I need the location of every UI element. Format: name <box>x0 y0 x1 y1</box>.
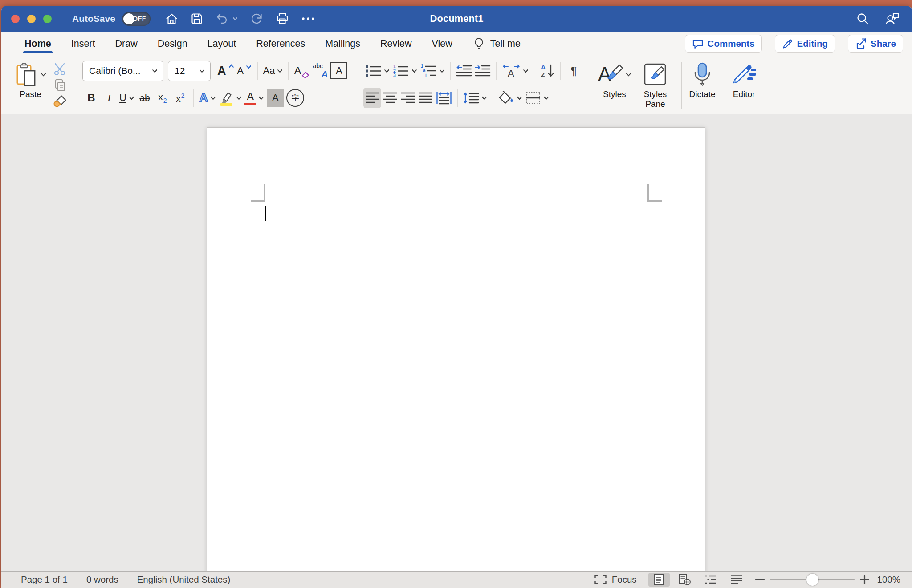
zoom-window-button[interactable] <box>43 15 52 23</box>
page-indicator[interactable]: Page 1 of 1 <box>21 574 68 585</box>
superscript-button[interactable]: x2 <box>171 88 189 108</box>
font-name-combo[interactable]: Calibri (Bo... <box>82 61 163 81</box>
align-center-button[interactable] <box>381 88 399 108</box>
zoom-out-button[interactable] <box>755 579 765 581</box>
copy-button[interactable] <box>53 78 68 93</box>
focus-button[interactable]: Focus <box>594 574 637 585</box>
change-case-button[interactable]: Aa <box>262 61 285 81</box>
group-divider <box>723 62 723 109</box>
ribbon-tab-bar: Home Insert Draw Design Layout Reference… <box>1 32 912 56</box>
increase-indent-icon <box>475 64 491 77</box>
styles-icon: A <box>597 62 623 86</box>
web-layout-view-button[interactable] <box>674 573 696 587</box>
clear-formatting-button[interactable]: A <box>293 61 311 81</box>
tab-view[interactable]: View <box>432 32 452 56</box>
undo-dropdown[interactable] <box>232 17 238 21</box>
multilevel-list-button[interactable]: 1ai <box>419 61 446 81</box>
autosave-toggle[interactable]: OFF <box>122 12 151 26</box>
language-indicator[interactable]: English (United States) <box>137 574 231 585</box>
justify-button[interactable] <box>417 88 435 108</box>
home-quick-button[interactable] <box>165 12 179 26</box>
borders-button[interactable] <box>524 88 550 108</box>
tab-home[interactable]: Home <box>24 32 51 56</box>
search-button[interactable] <box>855 12 870 26</box>
font-size-combo[interactable]: 12 <box>168 61 211 81</box>
svg-text:A: A <box>541 64 546 71</box>
minimize-button[interactable] <box>27 15 36 23</box>
bullets-button[interactable] <box>363 61 391 81</box>
print-button[interactable] <box>275 12 289 26</box>
format-painter-button[interactable] <box>53 94 68 109</box>
highlight-color-button[interactable] <box>217 88 243 108</box>
zoom-slider[interactable] <box>770 573 855 587</box>
font-color-button[interactable]: A <box>243 88 265 108</box>
increase-indent-button[interactable] <box>473 61 492 81</box>
save-button[interactable] <box>190 12 204 25</box>
cut-button[interactable] <box>53 62 68 76</box>
subscript-button[interactable]: x2 <box>154 88 171 108</box>
tab-insert[interactable]: Insert <box>71 32 95 56</box>
word-count[interactable]: 0 words <box>86 574 118 585</box>
align-right-button[interactable] <box>399 88 417 108</box>
strikethrough-button[interactable]: ab <box>136 88 154 108</box>
comments-button[interactable]: Comments <box>685 35 762 53</box>
paste-button[interactable]: Paste <box>15 58 46 112</box>
print-layout-view-button[interactable] <box>648 573 670 587</box>
grow-font-button[interactable]: A <box>216 61 236 81</box>
decrease-indent-button[interactable] <box>455 61 473 81</box>
draft-view-button[interactable] <box>726 573 747 587</box>
phonetic-guide-button[interactable]: abc A <box>311 61 329 81</box>
shading-button[interactable] <box>497 88 524 108</box>
text-effects-button[interactable]: A <box>198 88 217 108</box>
feedback-button[interactable] <box>884 11 900 26</box>
tell-me-control[interactable]: Tell me <box>472 37 521 51</box>
editing-button[interactable]: Editing <box>775 35 835 53</box>
chevron-down-icon <box>277 69 283 73</box>
more-commands-button[interactable] <box>301 17 315 20</box>
shrink-font-button[interactable]: A <box>236 61 253 81</box>
tab-review[interactable]: Review <box>380 32 412 56</box>
tab-design[interactable]: Design <box>158 32 187 56</box>
titlebar-right <box>855 11 900 26</box>
styles-pane-button[interactable]: Styles Pane <box>636 58 674 112</box>
character-border-button[interactable]: A <box>329 61 349 81</box>
shaded-a-icon: A <box>267 89 284 107</box>
line-spacing-button[interactable] <box>462 88 489 108</box>
outline-view-button[interactable] <box>700 573 721 587</box>
zoom-percentage[interactable]: 100% <box>877 574 900 585</box>
redo-button[interactable] <box>249 12 264 26</box>
chevron-down-icon <box>439 69 445 73</box>
font-group: Calibri (Bo... 12 A A Aa <box>82 58 349 112</box>
zoom-slider-thumb[interactable] <box>806 574 818 586</box>
tab-draw[interactable]: Draw <box>115 32 138 56</box>
dictate-button[interactable]: Dictate <box>689 58 715 112</box>
bold-button[interactable]: B <box>82 88 100 108</box>
tab-references[interactable]: References <box>256 32 305 56</box>
enclose-characters-button[interactable]: 字 <box>285 88 305 108</box>
document-page[interactable] <box>207 127 705 571</box>
zoom-in-button[interactable] <box>860 575 869 584</box>
undo-button[interactable] <box>215 12 229 26</box>
share-button[interactable]: Share <box>848 35 903 53</box>
sort-button[interactable]: AZ <box>538 61 556 81</box>
chevron-down-icon <box>517 96 522 100</box>
styles-button[interactable]: A Styles <box>597 58 631 112</box>
status-bar: Page 1 of 1 0 words English (United Stat… <box>1 571 912 588</box>
close-button[interactable] <box>11 15 20 23</box>
tab-layout[interactable]: Layout <box>208 32 236 56</box>
editor-button[interactable]: Editor <box>730 58 758 112</box>
underline-button[interactable]: U <box>118 88 136 108</box>
character-shading-button[interactable]: A <box>265 88 285 108</box>
tab-mailings[interactable]: Mailings <box>325 32 360 56</box>
show-paragraph-marks-button[interactable]: ¶ <box>565 61 582 81</box>
document-area <box>1 114 912 571</box>
numbering-button[interactable]: 123 <box>391 61 419 81</box>
align-right-icon <box>400 91 415 105</box>
italic-button[interactable]: I <box>100 88 118 108</box>
text-direction-button[interactable]: A <box>501 61 530 81</box>
line-spacing-icon <box>463 91 479 105</box>
chevron-down-icon <box>129 96 134 100</box>
distribute-text-button[interactable] <box>435 88 453 108</box>
align-left-button[interactable] <box>363 88 381 108</box>
align-center-icon <box>383 91 398 105</box>
